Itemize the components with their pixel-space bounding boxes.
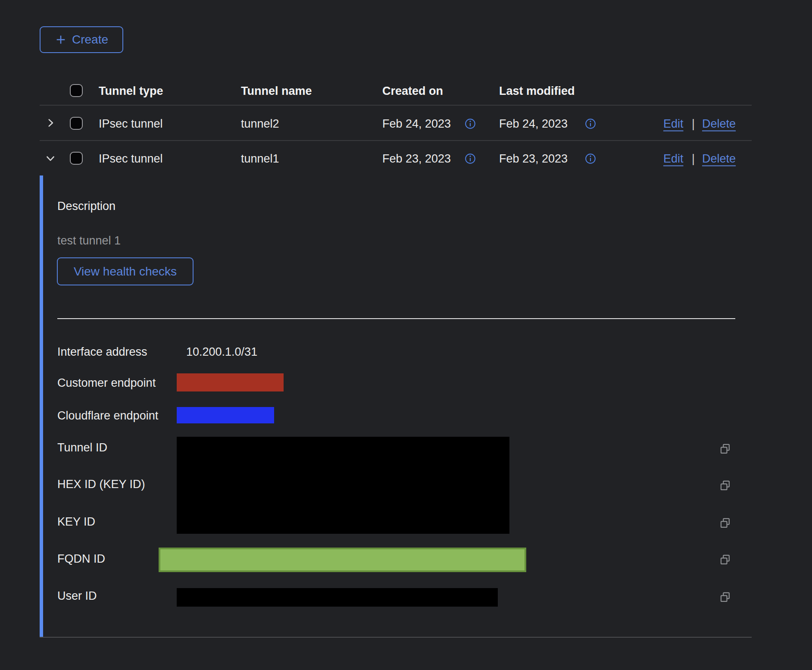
delete-link[interactable]: Delete [702,152,736,166]
copy-icon[interactable] [718,517,732,530]
cloudflare-endpoint-redacted-value [177,407,274,423]
divider [40,105,752,106]
hex-id-label: HEX ID (KEY ID) [57,478,145,491]
chevron-right-icon[interactable] [45,117,56,128]
divider [40,637,752,638]
info-icon[interactable] [465,153,476,164]
ipsec-tunnels-page: Create Tunnel type Tunnel name Created o… [0,0,812,670]
fqdn-id-redacted-value [159,548,526,572]
tunnel-name-cell: tunnel1 [241,152,279,166]
copy-icon[interactable] [718,553,732,567]
column-header-last-modified: Last modified [499,85,575,98]
view-health-checks-label: View health checks [74,265,177,279]
copy-icon[interactable] [718,591,732,604]
tunnel-name-cell: tunnel2 [241,117,279,131]
copy-icon[interactable] [718,479,732,492]
column-header-created-on: Created on [382,85,443,98]
key-id-label: KEY ID [57,515,95,529]
customer-endpoint-label: Customer endpoint [57,376,156,390]
fqdn-id-label: FQDN ID [57,552,105,566]
info-icon[interactable] [465,118,476,129]
create-button-label: Create [72,33,108,47]
id-values-redacted-block [177,437,509,534]
description-label: Description [57,200,116,213]
interface-address-label: Interface address [57,345,147,359]
tunnel-id-label: Tunnel ID [57,441,107,454]
customer-endpoint-redacted-value [177,373,284,391]
divider [57,318,735,319]
plus-icon [55,34,67,46]
row-checkbox[interactable] [70,117,83,130]
interface-address-value: 10.200.1.0/31 [186,345,257,359]
action-separator: | [692,152,695,166]
expanded-row-accent-bar [40,175,43,637]
info-icon[interactable] [585,118,596,129]
select-all-checkbox[interactable] [70,84,83,97]
column-header-tunnel-type: Tunnel type [99,85,163,98]
user-id-label: User ID [57,589,97,603]
divider [40,140,752,141]
view-health-checks-button[interactable]: View health checks [57,257,194,285]
last-modified-cell: Feb 23, 2023 [499,152,568,166]
edit-link[interactable]: Edit [663,152,684,166]
action-separator: | [692,117,695,131]
user-id-redacted-value [177,588,498,607]
column-header-tunnel-name: Tunnel name [241,85,312,98]
description-value: test tunnel 1 [57,234,121,247]
create-button[interactable]: Create [40,26,123,53]
tunnel-type-cell: IPsec tunnel [99,152,163,166]
edit-link[interactable]: Edit [663,117,684,131]
last-modified-cell: Feb 24, 2023 [499,117,568,131]
delete-link[interactable]: Delete [702,117,736,131]
created-on-cell: Feb 24, 2023 [382,117,451,131]
cloudflare-endpoint-label: Cloudflare endpoint [57,409,158,423]
chevron-down-icon[interactable] [45,153,56,164]
created-on-cell: Feb 23, 2023 [382,152,451,166]
tunnel-type-cell: IPsec tunnel [99,117,163,131]
info-icon[interactable] [585,153,596,164]
copy-icon[interactable] [718,442,732,456]
row-checkbox[interactable] [70,152,83,165]
